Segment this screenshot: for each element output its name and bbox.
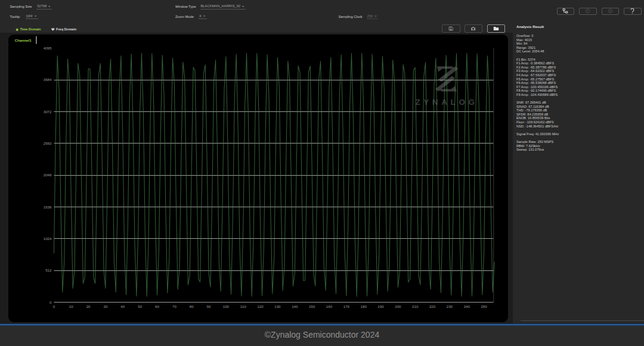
- svg-text:60: 60: [155, 304, 159, 308]
- svg-text:150: 150: [309, 304, 315, 308]
- svg-text:4095: 4095: [44, 46, 52, 50]
- svg-text:120: 120: [257, 304, 264, 308]
- svg-text:30: 30: [103, 304, 107, 308]
- svg-text:512: 512: [45, 268, 52, 272]
- svg-text:130: 130: [274, 304, 281, 308]
- svg-text:40: 40: [120, 304, 125, 308]
- svg-text:Channel1: Channel1: [15, 38, 32, 42]
- svg-text:140: 140: [292, 304, 298, 308]
- svg-text:0: 0: [53, 304, 55, 308]
- svg-text:160: 160: [326, 304, 333, 308]
- svg-text:1024: 1024: [44, 236, 52, 241]
- svg-text:180: 180: [361, 304, 367, 308]
- svg-text:250: 250: [481, 304, 487, 308]
- svg-text:220: 220: [429, 304, 436, 308]
- svg-text:50: 50: [138, 304, 142, 308]
- svg-text:20: 20: [86, 304, 91, 308]
- svg-text:1536: 1536: [44, 205, 52, 209]
- svg-text:240: 240: [464, 304, 470, 308]
- svg-text:2048: 2048: [44, 173, 52, 177]
- svg-text:10: 10: [69, 304, 73, 308]
- svg-text:90: 90: [207, 304, 211, 308]
- svg-text:2560: 2560: [44, 141, 52, 145]
- svg-text:170: 170: [343, 304, 350, 308]
- svg-text:230: 230: [447, 304, 453, 308]
- svg-text:3072: 3072: [44, 110, 52, 114]
- svg-text:190: 190: [377, 304, 384, 308]
- svg-text:0: 0: [49, 300, 52, 304]
- svg-text:3584: 3584: [44, 77, 52, 82]
- svg-text:100: 100: [223, 304, 230, 308]
- svg-text:70: 70: [172, 304, 177, 308]
- svg-text:80: 80: [190, 304, 194, 308]
- svg-text:110: 110: [240, 304, 246, 308]
- svg-text:210: 210: [412, 304, 419, 308]
- svg-text:200: 200: [395, 304, 401, 308]
